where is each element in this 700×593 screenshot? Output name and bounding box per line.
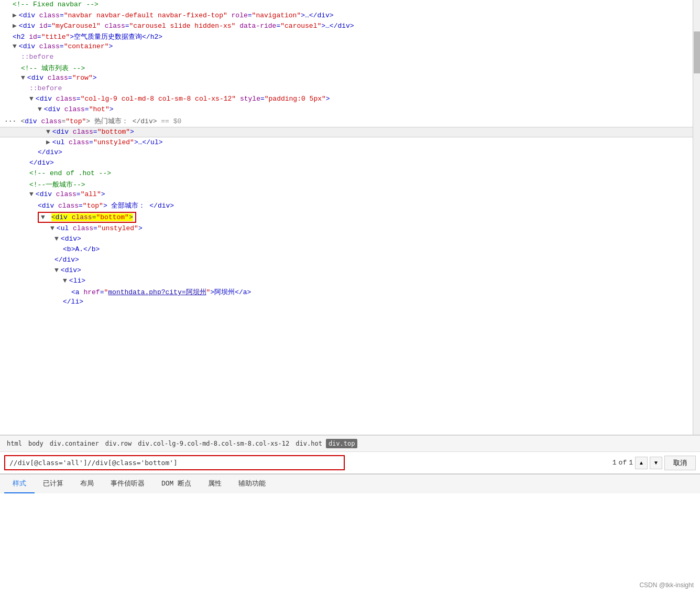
- code-line: </div>: [0, 158, 693, 169]
- bottom-tabs: 样式 已计算 布局 事件侦听器 DOM 断点 属性 辅助功能: [0, 474, 700, 493]
- code-line: ▼ <ul class="unstyled">: [0, 224, 693, 234]
- breadcrumb-item-body[interactable]: body: [26, 439, 46, 448]
- code-line: ▼ <div class="container">: [0, 42, 693, 52]
- code-line: <b>A.</b>: [0, 245, 693, 255]
- tab-dom-breakpoints[interactable]: DOM 断点: [153, 475, 200, 493]
- code-line: ▼ <div class="all">: [0, 190, 693, 200]
- tag-text: </li>: [63, 298, 83, 306]
- scroll-thumb[interactable]: [694, 31, 700, 73]
- tab-event-listeners[interactable]: 事件侦听器: [102, 475, 153, 493]
- code-line: ▶ <div id="myCarousel" class="carousel s…: [0, 21, 693, 31]
- breadcrumb-item-top[interactable]: div.top: [326, 439, 358, 448]
- breadcrumb-item-container[interactable]: div.container: [47, 439, 102, 448]
- pseudo-text: ::before: [21, 53, 53, 61]
- tag-text: <div class="top"> 热门城市： </div> == $0: [20, 116, 181, 126]
- code-line: ::before: [0, 84, 693, 94]
- code-line: <a href="monthdata.php?city=阿坝州">阿坝州</a>: [0, 287, 693, 297]
- cancel-search-button[interactable]: 取消: [664, 456, 696, 470]
- tag-text: <div class="all">: [36, 190, 105, 198]
- tag-text: <div class="navbar navbar-default navbar…: [19, 12, 334, 19]
- tag-text: <div class="container">: [19, 42, 113, 50]
- comment-text: <!-- Fixed navbar -->: [13, 1, 99, 8]
- tag-text: <ul class="unstyled">: [57, 224, 143, 232]
- breadcrumb-item-html[interactable]: html: [4, 439, 25, 448]
- tag-text: <div class="row">: [27, 74, 97, 82]
- tab-layout[interactable]: 布局: [72, 475, 102, 493]
- code-line: ▼ <li>: [0, 276, 693, 287]
- tag-text: <div id="myCarousel" class="carousel sli…: [19, 22, 354, 30]
- tag-text: <div class="top"> 全部城市： </div>: [38, 201, 174, 210]
- highlighted-div-bottom: ▼ <div class="bottom">: [0, 211, 693, 224]
- result-current: 1: [612, 459, 617, 467]
- tag-text: <div class="col-lg-9 col-md-8 col-sm-8 c…: [36, 95, 330, 103]
- tag-text: </div>: [29, 159, 54, 167]
- tab-accessibility[interactable]: 辅助功能: [230, 475, 274, 493]
- dots: ···: [4, 117, 16, 125]
- code-line: <!-- end of .hot -->: [0, 169, 693, 179]
- code-line: ▼ <div class="hot">: [0, 105, 693, 115]
- pseudo-text: ::before: [29, 84, 62, 92]
- tab-computed[interactable]: 已计算: [35, 475, 72, 493]
- code-line: <div class="top"> 全部城市： </div>: [0, 200, 693, 211]
- tag-text: <div>: [61, 266, 81, 274]
- tag-text: <div>: [61, 235, 81, 243]
- ellipsis-row: ··· <div class="top"> 热门城市： </div> == $0: [0, 115, 693, 127]
- breadcrumb-bar: html body div.container div.row div.col-…: [0, 435, 700, 452]
- tab-properties[interactable]: 属性: [200, 475, 230, 493]
- code-line: </div>: [0, 255, 693, 266]
- code-line: ▼ <div>: [0, 234, 693, 245]
- code-line: ▶ <div class="navbar navbar-default navb…: [0, 10, 693, 21]
- code-line: ▶ <ul class="unstyled">…</ul>: [0, 137, 693, 148]
- code-line: ▼ <div>: [0, 266, 693, 276]
- tag-text: </div>: [54, 256, 79, 264]
- scrollbar[interactable]: [693, 0, 700, 435]
- breadcrumb-item-col[interactable]: div.col-lg-9.col-md-8.col-sm-8.col-xs-12: [135, 439, 292, 448]
- code-line: </div>: [0, 148, 693, 158]
- code-panel[interactable]: <!-- Fixed navbar --> ▶ <div class="navb…: [0, 0, 700, 435]
- search-bar: 1 of 1 ▲ ▼ 取消: [0, 452, 700, 474]
- tag-text: <ul class="unstyled">…</ul>: [52, 138, 163, 146]
- next-result-button[interactable]: ▼: [650, 457, 662, 469]
- code-line: ▼ <div class="col-lg-9 col-md-8 col-sm-8…: [0, 94, 693, 105]
- code-line: <h2 id="title">空气质量历史数据查询</h2>: [0, 31, 693, 42]
- tag-text: </div>: [38, 148, 62, 156]
- code-line: <!-- Fixed navbar -->: [0, 0, 693, 10]
- tag-text: <a href="monthdata.php?city=阿坝州">阿坝州</a>: [71, 287, 251, 297]
- result-of: of: [619, 459, 627, 467]
- code-line: <!--一般城市-->: [0, 179, 693, 190]
- code-line-highlighted: ▼ <div class="bottom">: [0, 127, 693, 137]
- prev-result-button[interactable]: ▲: [635, 457, 648, 469]
- comment-text: <!-- end of .hot -->: [29, 169, 111, 177]
- code-line: </li>: [0, 297, 693, 308]
- result-total: 1: [629, 459, 633, 467]
- comment-text: <!-- 城市列表 -->: [21, 63, 85, 73]
- breadcrumb-item-hot[interactable]: div.hot: [293, 439, 325, 448]
- comment-text: <!--一般城市-->: [29, 180, 85, 189]
- tag-text: <div class="bottom">: [52, 128, 134, 136]
- tag-text: <b>A.</b>: [63, 245, 100, 253]
- main-container: <!-- Fixed navbar --> ▶ <div class="navb…: [0, 0, 700, 493]
- breadcrumb-item-row[interactable]: div.row: [103, 439, 135, 448]
- tag-text: <li>: [69, 277, 85, 285]
- code-line: ::before: [0, 52, 693, 63]
- tab-styles[interactable]: 样式: [4, 475, 35, 493]
- tag-text: <div class="hot">: [44, 105, 114, 113]
- search-input-wrapper: [4, 455, 345, 470]
- search-results: 1 of 1 ▲ ▼ 取消: [612, 456, 696, 470]
- search-input[interactable]: [4, 455, 345, 470]
- code-line: <!-- 城市列表 -->: [0, 63, 693, 73]
- highlighted-element-text: <div class="bottom">: [51, 213, 133, 221]
- tag-text: <h2 id="title">空气质量历史数据查询</h2>: [13, 32, 162, 41]
- code-line: ▼ <div class="row">: [0, 73, 693, 84]
